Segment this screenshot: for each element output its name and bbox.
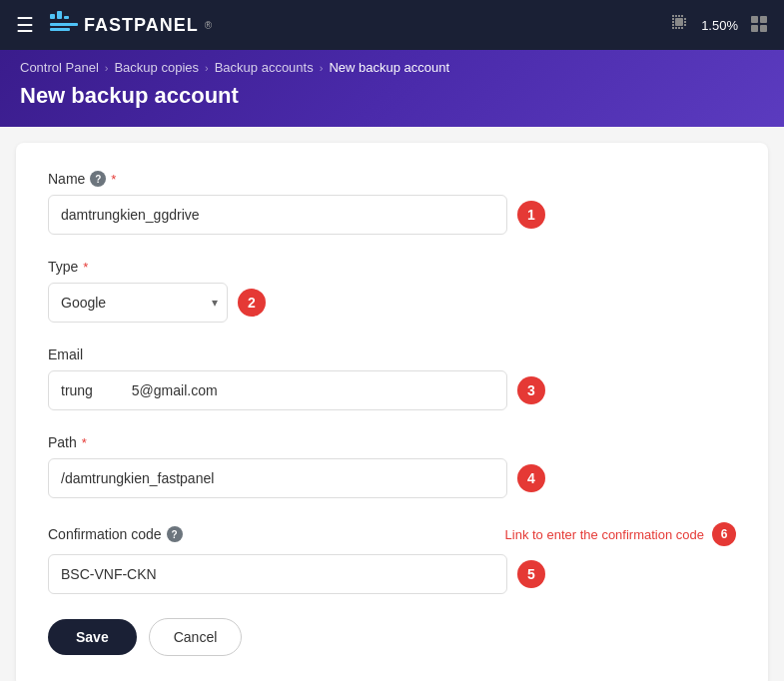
email-label-text: Email bbox=[48, 346, 83, 362]
email-label: Email bbox=[48, 346, 736, 362]
breadcrumb-backup-copies[interactable]: Backup copies bbox=[114, 60, 199, 75]
path-group: Path * 4 bbox=[48, 434, 736, 498]
svg-rect-8 bbox=[681, 15, 683, 17]
navbar: ☰ FASTPANEL® bbox=[0, 0, 784, 50]
breadcrumb-current: New backup account bbox=[329, 60, 449, 75]
svg-rect-16 bbox=[672, 27, 674, 29]
logo-icon bbox=[50, 11, 78, 39]
email-group: Email 3 bbox=[48, 346, 736, 410]
logo: FASTPANEL® bbox=[50, 11, 212, 39]
breadcrumb-control-panel[interactable]: Control Panel bbox=[20, 60, 99, 75]
svg-rect-2 bbox=[64, 16, 69, 19]
conf-code-input[interactable] bbox=[48, 554, 507, 594]
svg-rect-15 bbox=[684, 24, 686, 26]
path-label-text: Path bbox=[48, 434, 77, 450]
main-content: Name ? * 1 Type * Google S3 FTP SFTP ▾ bbox=[16, 143, 768, 681]
logo-tm: ® bbox=[205, 20, 212, 31]
conf-label-right-group: Link to enter the confirmation code 6 bbox=[505, 522, 736, 546]
svg-rect-20 bbox=[751, 16, 758, 23]
type-input-row: Google S3 FTP SFTP ▾ 2 bbox=[48, 283, 736, 323]
path-input[interactable] bbox=[48, 458, 507, 498]
type-required: * bbox=[83, 260, 88, 275]
breadcrumb: Control Panel › Backup copies › Backup a… bbox=[20, 60, 764, 75]
name-input-row: 1 bbox=[48, 195, 736, 235]
svg-rect-0 bbox=[50, 14, 55, 19]
conf-code-link[interactable]: Link to enter the confirmation code bbox=[505, 527, 704, 542]
svg-rect-13 bbox=[684, 21, 686, 23]
path-step-badge: 4 bbox=[517, 464, 545, 492]
save-button[interactable]: Save bbox=[48, 619, 137, 655]
grid-icon[interactable] bbox=[750, 15, 768, 36]
name-group: Name ? * 1 bbox=[48, 171, 736, 235]
conf-code-step-badge: 5 bbox=[517, 560, 545, 588]
conf-code-group: Confirmation code ? Link to enter the co… bbox=[48, 522, 736, 594]
breadcrumb-backup-accounts[interactable]: Backup accounts bbox=[215, 60, 314, 75]
email-step-badge: 3 bbox=[517, 376, 545, 404]
type-step-badge: 2 bbox=[238, 289, 266, 317]
conf-label-left: Confirmation code ? bbox=[48, 526, 183, 542]
type-group: Type * Google S3 FTP SFTP ▾ 2 bbox=[48, 259, 736, 323]
svg-rect-21 bbox=[760, 16, 767, 23]
svg-rect-19 bbox=[681, 27, 683, 29]
svg-rect-18 bbox=[678, 27, 680, 29]
name-step-badge: 1 bbox=[517, 201, 545, 229]
menu-icon[interactable]: ☰ bbox=[16, 13, 34, 37]
svg-rect-11 bbox=[684, 18, 686, 20]
button-row: Save Cancel bbox=[48, 618, 736, 656]
svg-rect-10 bbox=[675, 18, 683, 26]
svg-rect-3 bbox=[50, 23, 78, 26]
path-input-row: 4 bbox=[48, 458, 736, 498]
type-select-wrapper: Google S3 FTP SFTP ▾ bbox=[48, 283, 228, 323]
breadcrumb-sep-1: › bbox=[105, 62, 109, 74]
svg-rect-9 bbox=[672, 18, 674, 20]
type-label-text: Type bbox=[48, 259, 78, 275]
name-label: Name ? * bbox=[48, 171, 736, 187]
conf-label-row: Confirmation code ? Link to enter the co… bbox=[48, 522, 736, 546]
navbar-left: ☰ FASTPANEL® bbox=[16, 11, 212, 39]
header-area: Control Panel › Backup copies › Backup a… bbox=[0, 50, 784, 127]
name-help-icon[interactable]: ? bbox=[90, 171, 106, 187]
name-input[interactable] bbox=[48, 195, 507, 235]
svg-rect-12 bbox=[672, 21, 674, 23]
svg-rect-14 bbox=[672, 24, 674, 26]
email-input-row: 3 bbox=[48, 370, 736, 410]
conf-link-badge: 6 bbox=[712, 522, 736, 546]
path-required: * bbox=[82, 435, 87, 450]
name-required: * bbox=[111, 172, 116, 187]
type-label: Type * bbox=[48, 259, 736, 275]
svg-rect-7 bbox=[678, 15, 680, 17]
svg-rect-6 bbox=[675, 15, 677, 17]
name-label-text: Name bbox=[48, 171, 85, 187]
svg-rect-17 bbox=[675, 27, 677, 29]
conf-help-icon[interactable]: ? bbox=[167, 526, 183, 542]
breadcrumb-sep-3: › bbox=[320, 62, 324, 74]
path-label: Path * bbox=[48, 434, 736, 450]
page-title: New backup account bbox=[20, 83, 764, 109]
cpu-icon bbox=[671, 14, 689, 36]
navbar-right: 1.50% bbox=[671, 14, 768, 36]
svg-rect-4 bbox=[50, 28, 70, 31]
type-select[interactable]: Google S3 FTP SFTP bbox=[48, 283, 228, 323]
svg-rect-5 bbox=[672, 15, 674, 17]
email-input[interactable] bbox=[48, 370, 507, 410]
svg-rect-23 bbox=[760, 25, 767, 32]
svg-rect-1 bbox=[57, 11, 62, 19]
conf-input-row: 5 bbox=[48, 554, 736, 594]
conf-code-label-text: Confirmation code bbox=[48, 526, 162, 542]
svg-rect-22 bbox=[751, 25, 758, 32]
breadcrumb-sep-2: › bbox=[205, 62, 209, 74]
cpu-usage-value: 1.50% bbox=[701, 18, 738, 33]
cancel-button[interactable]: Cancel bbox=[149, 618, 243, 656]
logo-label: FASTPANEL bbox=[84, 15, 199, 36]
